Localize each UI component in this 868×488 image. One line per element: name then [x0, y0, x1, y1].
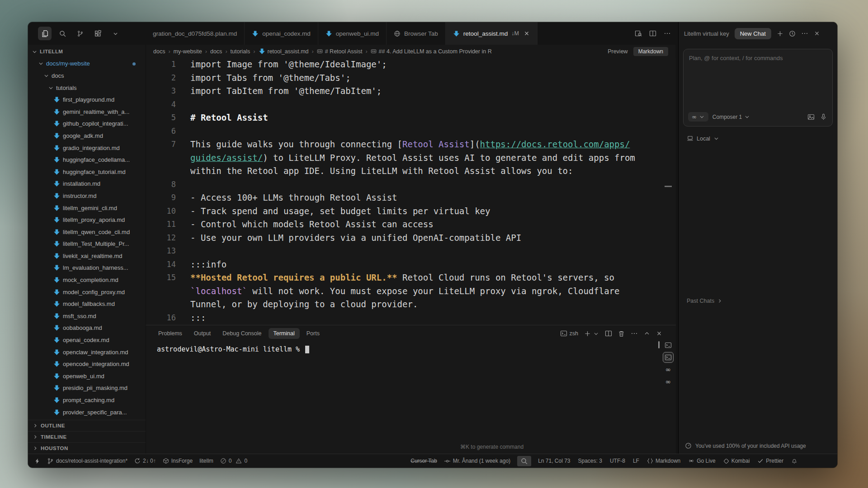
file-tree-item-litellm-proxy-aporia-md[interactable]: litellm_proxy_aporia.md: [28, 214, 146, 226]
file-tree-item-mock-completion-md[interactable]: mock_completion.md: [28, 274, 146, 286]
panel-tab-debug-console[interactable]: Debug Console: [217, 328, 266, 339]
file-tree-item-litellm-qwen-code-cli-md[interactable]: litellm_qwen_code_cli.md: [28, 226, 146, 238]
file-tree-item-prompt-caching-md[interactable]: prompt_caching.md: [28, 394, 146, 406]
close-panel-icon[interactable]: [656, 330, 662, 337]
breadcrumb-item[interactable]: tutorials: [231, 48, 250, 55]
status-git-blame[interactable]: Mr. Ånand (1 week ago): [444, 458, 510, 465]
composer-mode-selector[interactable]: Composer 1: [712, 114, 750, 120]
file-tree-item-first-playground-md[interactable]: first_playground.md: [28, 94, 146, 106]
search-icon[interactable]: [56, 27, 69, 40]
breadcrumb-item[interactable]: my-website: [174, 48, 202, 55]
past-chats[interactable]: Past Chats: [687, 298, 722, 304]
panel-tab-terminal[interactable]: Terminal: [269, 328, 300, 339]
breadcrumb-item[interactable]: docs: [210, 48, 222, 55]
file-tree-item-openclaw-integration-md[interactable]: openclaw_integration.md: [28, 346, 146, 358]
status-search-toggle[interactable]: [517, 456, 531, 466]
file-tree-item-oobabooga-md[interactable]: oobabooga.md: [28, 322, 146, 334]
file-tree-item-installation-md[interactable]: installation.md: [28, 178, 146, 190]
ai-tab-new-chat[interactable]: New Chat: [735, 28, 771, 39]
editor-tab-openai-codex-md[interactable]: openai_codex.md: [245, 22, 318, 45]
file-tree-item-gradio-integration-md[interactable]: gradio_integration.md: [28, 142, 146, 154]
panel-tab-ports[interactable]: Ports: [302, 328, 325, 339]
status-git-branch[interactable]: docs/retool-assist-integration*: [47, 458, 127, 465]
editor-pane[interactable]: 1import Image from '@theme/IdealImage';2…: [146, 58, 676, 325]
file-tree-item-litellm-gemini-cli-md[interactable]: litellm_gemini_cli.md: [28, 202, 146, 214]
ai-tab-litellm-virtual-key[interactable]: Litellm virtual key: [684, 30, 729, 37]
editor-tab-retool-assist-md[interactable]: retool_assist.md↓M: [446, 22, 538, 45]
explorer-icon[interactable]: [38, 27, 52, 40]
kill-terminal-icon[interactable]: [618, 330, 625, 337]
status-cursor-position[interactable]: Ln 71, Col 73: [538, 458, 570, 464]
folder-tree-item-litellm[interactable]: LITELLM: [28, 46, 146, 58]
sidebar-section-houston[interactable]: HOUSTON: [28, 442, 146, 454]
terminal-session-icon[interactable]: [663, 340, 673, 350]
status-encoding[interactable]: UTF-8: [610, 458, 625, 464]
voice-input-icon[interactable]: [820, 113, 827, 120]
split-editor-icon[interactable]: [649, 30, 656, 37]
status-cursor-tab-toggle[interactable]: Cursor Tab: [410, 458, 437, 464]
model-selector[interactable]: ∞: [688, 112, 708, 122]
new-chat-plus-icon[interactable]: [777, 30, 783, 37]
status-indentation[interactable]: Spaces: 3: [578, 458, 602, 464]
status-insforge[interactable]: InsForge: [163, 458, 193, 464]
status-notifications[interactable]: [791, 458, 797, 464]
more-views-chevron-icon[interactable]: [108, 27, 122, 40]
status-litellm[interactable]: litellm: [199, 458, 213, 464]
file-tree-item-huggingface-tutorial-md[interactable]: huggingface_tutorial.md: [28, 166, 146, 178]
status-eol[interactable]: LF: [633, 458, 639, 464]
status-problems[interactable]: 00: [220, 458, 247, 464]
chat-history-icon[interactable]: [789, 30, 796, 37]
file-tree-item-lm-evaluation-harness-[interactable]: lm_evaluation_harness...: [28, 262, 146, 274]
status-remote-indicator[interactable]: [34, 458, 40, 464]
file-tree-item-google-adk-md[interactable]: google_adk.md: [28, 130, 146, 142]
file-tree-item-livekit-xai-realtime-md[interactable]: livekit_xai_realtime.md: [28, 250, 146, 262]
file-tree-item-openweb-ui-md[interactable]: openweb_ui.md: [28, 370, 146, 382]
chat-close-icon[interactable]: [814, 30, 820, 37]
shell-selector[interactable]: zsh: [560, 330, 578, 337]
markdown-toggle[interactable]: Markdown: [633, 47, 668, 56]
maximize-panel-icon[interactable]: [644, 330, 650, 337]
status-prettier[interactable]: Prettier: [757, 458, 783, 464]
agent-terminal-icon[interactable]: ∞: [663, 377, 673, 387]
attach-image-icon[interactable]: [807, 113, 815, 121]
file-tree-item-litellm-test-multiple-pr-[interactable]: litellm_Test_Multiple_Pr...: [28, 238, 146, 250]
source-control-icon[interactable]: [73, 27, 87, 40]
file-tree-item-gemini-realtime-with-a-[interactable]: gemini_realtime_with_a...: [28, 106, 146, 118]
file-tree-item-model-fallbacks-md[interactable]: model_fallbacks.md: [28, 298, 146, 310]
folder-tree-item-docs-my-website[interactable]: docs/my-website: [28, 58, 146, 70]
new-terminal-button[interactable]: [584, 330, 599, 337]
sidebar-section-timeline[interactable]: TIMELINE: [28, 431, 146, 442]
panel-tab-problems[interactable]: Problems: [153, 328, 187, 339]
open-preview-icon[interactable]: [635, 30, 642, 37]
terminal-prompt-line[interactable]: astrodevil@Astro-Mac-mini litellm %: [146, 342, 676, 353]
file-tree-item-msft-sso-md[interactable]: msft_sso.md: [28, 310, 146, 322]
context-selector-local[interactable]: Local: [687, 135, 719, 142]
folder-tree-item-tutorials[interactable]: tutorials: [28, 82, 146, 94]
split-terminal-icon[interactable]: [605, 330, 612, 337]
file-tree-item-huggingface-codellama-[interactable]: huggingface_codellama...: [28, 154, 146, 166]
file-tree-item-opencode-integration-md[interactable]: opencode_integration.md: [28, 358, 146, 370]
editor-tab-openweb-ui-md[interactable]: openweb_ui.md: [318, 22, 387, 45]
chat-more-icon[interactable]: [801, 30, 808, 37]
breadcrumb-item[interactable]: # Retool Assist: [317, 48, 363, 55]
file-tree-item-openai-codex-md[interactable]: openai_codex.md: [28, 334, 146, 346]
sidebar-section-outline[interactable]: OUTLINE: [28, 420, 146, 431]
file-tree-item-presidio-pii-masking-md[interactable]: presidio_pii_masking.md: [28, 382, 146, 394]
extensions-icon[interactable]: [91, 27, 104, 40]
preview-toggle[interactable]: Preview: [608, 48, 627, 55]
breadcrumb-item[interactable]: retool_assist.md: [259, 48, 309, 55]
status-language-mode[interactable]: Markdown: [647, 458, 680, 464]
file-tree-item-model-config-proxy-md[interactable]: model_config_proxy.md: [28, 286, 146, 298]
agent-terminal-icon[interactable]: ∞: [663, 365, 673, 375]
panel-tab-output[interactable]: Output: [189, 328, 216, 339]
status-go-live[interactable]: Go Live: [688, 458, 715, 464]
editor-tab-gration-doc-d075fd58-plan-md[interactable]: gration_doc_d075fd58.plan.md: [146, 22, 245, 45]
breadcrumb-item[interactable]: docs: [153, 48, 165, 55]
tab-close-icon[interactable]: [524, 30, 530, 37]
file-tree-item-instructor-md[interactable]: instructor.md: [28, 190, 146, 202]
folder-tree-item-docs[interactable]: docs: [28, 70, 146, 82]
terminal-strip-scrollbar[interactable]: [658, 341, 660, 348]
file-tree-item-provider-specific-para-[interactable]: provider_specific_para...: [28, 406, 146, 418]
status-kombai[interactable]: Kombai: [723, 458, 750, 464]
more-actions-icon[interactable]: [664, 30, 671, 37]
